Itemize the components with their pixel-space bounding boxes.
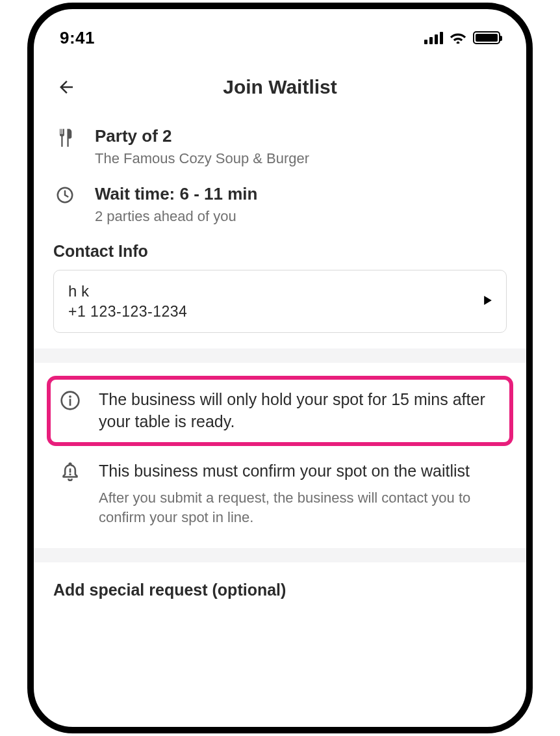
status-bar: 9:41	[34, 9, 526, 55]
utensils-icon	[53, 126, 77, 167]
screen: 9:41	[34, 9, 526, 727]
contact-info-card[interactable]: h k +1 123-123-1234	[53, 270, 507, 333]
device-frame: 9:41	[27, 3, 533, 733]
party-size-label: Party of 2	[95, 126, 309, 146]
battery-icon	[473, 31, 500, 44]
contact-name: h k	[68, 282, 187, 300]
status-icons	[424, 31, 500, 44]
hold-spot-notice: The business will only hold your spot fo…	[47, 376, 513, 446]
svg-point-2	[69, 395, 71, 398]
notices-section: The business will only hold your spot fo…	[53, 363, 507, 536]
contact-info-section-label: Contact Info	[53, 242, 507, 261]
svg-rect-4	[70, 468, 71, 473]
wait-time-label: Wait time: 6 - 11 min	[95, 184, 257, 204]
clock-icon	[53, 184, 77, 225]
confirm-notice-title: This business must confirm your spot on …	[99, 460, 503, 482]
caret-right-icon	[484, 296, 492, 308]
contact-phone: +1 123-123-1234	[68, 303, 187, 321]
content: Party of 2 The Famous Cozy Soup & Burger…	[34, 113, 526, 599]
wait-time-row: Wait time: 6 - 11 min 2 parties ahead of…	[53, 184, 507, 225]
wifi-icon	[450, 31, 466, 44]
page-title: Join Waitlist	[34, 76, 526, 98]
nav-header: Join Waitlist	[34, 55, 526, 113]
section-divider	[34, 548, 526, 562]
arrow-left-icon	[57, 77, 76, 97]
svg-point-5	[69, 473, 71, 475]
info-icon	[57, 389, 83, 433]
status-time: 9:41	[60, 28, 95, 48]
cellular-signal-icon	[424, 31, 443, 44]
confirm-notice: This business must confirm your spot on …	[53, 451, 507, 536]
bell-icon	[57, 460, 83, 527]
parties-ahead-label: 2 parties ahead of you	[95, 208, 257, 225]
back-button[interactable]	[53, 74, 79, 100]
special-request-label: Add special request (optional)	[53, 562, 507, 599]
restaurant-name: The Famous Cozy Soup & Burger	[95, 150, 309, 167]
party-info-row: Party of 2 The Famous Cozy Soup & Burger	[53, 126, 507, 167]
hold-spot-text: The business will only hold your spot fo…	[99, 389, 503, 433]
svg-rect-3	[70, 399, 71, 406]
section-divider	[34, 348, 526, 363]
confirm-notice-body: After you submit a request, the business…	[99, 488, 503, 527]
